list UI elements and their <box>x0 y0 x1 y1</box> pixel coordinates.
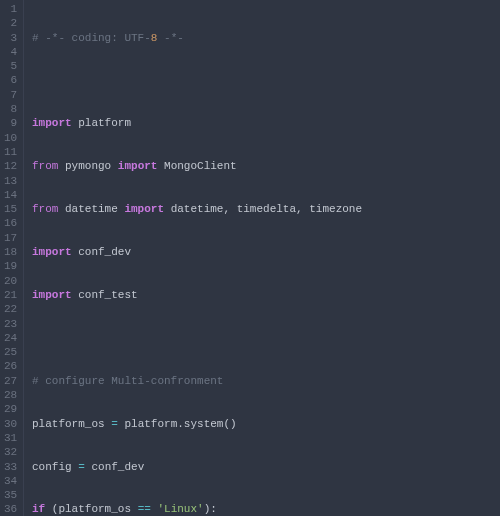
line-number: 12 <box>4 159 17 173</box>
line-number: 32 <box>4 445 17 459</box>
line-number: 35 <box>4 488 17 502</box>
line-number: 21 <box>4 288 17 302</box>
line-number: 27 <box>4 374 17 388</box>
line-number: 8 <box>4 102 17 116</box>
line-number: 13 <box>4 174 17 188</box>
line-number: 18 <box>4 245 17 259</box>
line-number: 16 <box>4 216 17 230</box>
code-line <box>32 73 500 87</box>
code-line: config = conf_dev <box>32 460 500 474</box>
line-number: 19 <box>4 259 17 273</box>
line-number: 4 <box>4 45 17 59</box>
code-line: import conf_dev <box>32 245 500 259</box>
code-line: # -*- coding: UTF-8 -*- <box>32 31 500 45</box>
line-number-gutter: 1 2 3 4 5 6 7 8 9 10 11 12 13 14 15 16 1… <box>0 0 24 516</box>
code-line: from pymongo import MongoClient <box>32 159 500 173</box>
line-number: 30 <box>4 417 17 431</box>
line-number: 29 <box>4 402 17 416</box>
code-line <box>32 331 500 345</box>
line-number: 25 <box>4 345 17 359</box>
line-number: 20 <box>4 274 17 288</box>
code-line: if (platform_os == 'Linux'): <box>32 502 500 516</box>
code-line: import conf_test <box>32 288 500 302</box>
line-number: 28 <box>4 388 17 402</box>
code-line: from datetime import datetime, timedelta… <box>32 202 500 216</box>
line-number: 36 <box>4 502 17 516</box>
line-number: 23 <box>4 317 17 331</box>
line-number: 15 <box>4 202 17 216</box>
line-number: 2 <box>4 16 17 30</box>
line-number: 7 <box>4 88 17 102</box>
code-area[interactable]: # -*- coding: UTF-8 -*- import platform … <box>24 0 500 516</box>
line-number: 14 <box>4 188 17 202</box>
line-number: 6 <box>4 73 17 87</box>
code-line: # configure Multi-confronment <box>32 374 500 388</box>
line-number: 33 <box>4 460 17 474</box>
line-number: 5 <box>4 59 17 73</box>
line-number: 9 <box>4 116 17 130</box>
line-number: 3 <box>4 31 17 45</box>
line-number: 34 <box>4 474 17 488</box>
line-number: 24 <box>4 331 17 345</box>
code-line: import platform <box>32 116 500 130</box>
line-number: 26 <box>4 359 17 373</box>
line-number: 22 <box>4 302 17 316</box>
line-number: 1 <box>4 2 17 16</box>
line-number: 17 <box>4 231 17 245</box>
line-number: 11 <box>4 145 17 159</box>
line-number: 10 <box>4 131 17 145</box>
line-number: 31 <box>4 431 17 445</box>
code-editor: 1 2 3 4 5 6 7 8 9 10 11 12 13 14 15 16 1… <box>0 0 500 516</box>
code-line: platform_os = platform.system() <box>32 417 500 431</box>
